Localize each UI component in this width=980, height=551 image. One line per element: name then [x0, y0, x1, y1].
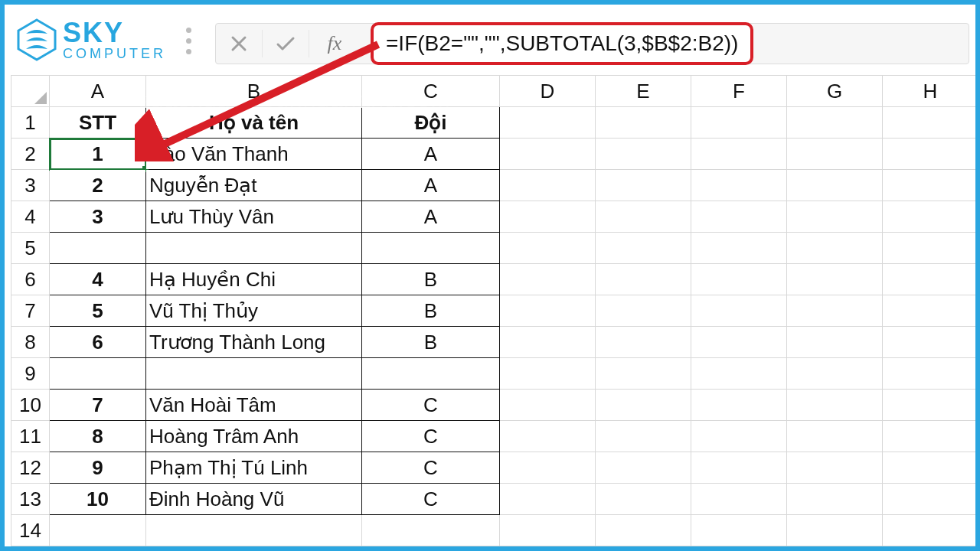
- cell[interactable]: [596, 264, 691, 295]
- row-header-8[interactable]: 8: [11, 327, 50, 358]
- row-header-5[interactable]: 5: [11, 233, 50, 264]
- cell-B2[interactable]: Đào Văn Thanh: [146, 139, 362, 170]
- cell-A13[interactable]: 10: [50, 484, 146, 515]
- cell[interactable]: [596, 107, 691, 139]
- enter-button[interactable]: [263, 24, 309, 64]
- insert-function-button[interactable]: fx: [309, 24, 360, 64]
- cell[interactable]: [691, 170, 787, 201]
- cell-C6[interactable]: B: [362, 264, 500, 295]
- row-header-3[interactable]: 3: [11, 170, 50, 201]
- cell[interactable]: [596, 421, 691, 452]
- cell[interactable]: [787, 170, 883, 201]
- cell-C14[interactable]: [362, 515, 500, 546]
- cell[interactable]: [500, 107, 596, 139]
- cell-A4[interactable]: 3: [50, 201, 146, 233]
- cell-A2[interactable]: 1: [50, 139, 146, 170]
- cell[interactable]: [787, 264, 883, 295]
- header-cell-stt[interactable]: STT: [50, 107, 146, 139]
- cell[interactable]: [883, 139, 978, 170]
- cell-C12[interactable]: C: [362, 452, 500, 484]
- cell-C7[interactable]: B: [362, 295, 500, 327]
- row-header-9[interactable]: 9: [11, 358, 50, 390]
- row-header-10[interactable]: 10: [11, 390, 50, 421]
- cell[interactable]: [883, 264, 978, 295]
- cell[interactable]: [883, 390, 978, 421]
- cell[interactable]: [883, 295, 978, 327]
- cell[interactable]: [787, 233, 883, 264]
- cell[interactable]: [500, 295, 596, 327]
- cell[interactable]: [596, 358, 691, 390]
- cell-A6[interactable]: 4: [50, 264, 146, 295]
- row-header-4[interactable]: 4: [11, 201, 50, 233]
- row-header-13[interactable]: 13: [11, 484, 50, 515]
- cell-C4[interactable]: A: [362, 201, 500, 233]
- row-header-11[interactable]: 11: [11, 421, 50, 452]
- cell[interactable]: [691, 295, 787, 327]
- cell[interactable]: [691, 107, 787, 139]
- cell[interactable]: [787, 201, 883, 233]
- formula-input[interactable]: =IF(B2="","",SUBTOTAL(3,$B$2:B2)): [371, 22, 753, 65]
- cell[interactable]: [787, 452, 883, 484]
- cell[interactable]: [596, 390, 691, 421]
- column-header-A[interactable]: A: [50, 76, 146, 107]
- row-header-6[interactable]: 6: [11, 264, 50, 295]
- cell[interactable]: [691, 201, 787, 233]
- cell[interactable]: [596, 295, 691, 327]
- cell-B6[interactable]: Hạ Huyền Chi: [146, 264, 362, 295]
- cell[interactable]: [596, 452, 691, 484]
- cell-A11[interactable]: 8: [50, 421, 146, 452]
- cell-A7[interactable]: 5: [50, 295, 146, 327]
- cell[interactable]: [691, 390, 787, 421]
- cell[interactable]: [787, 484, 883, 515]
- cell[interactable]: [500, 421, 596, 452]
- cell[interactable]: [787, 107, 883, 139]
- cell[interactable]: [500, 327, 596, 358]
- cell-A3[interactable]: 2: [50, 170, 146, 201]
- cell[interactable]: [596, 327, 691, 358]
- cell[interactable]: [500, 139, 596, 170]
- cell[interactable]: [787, 390, 883, 421]
- cell-B3[interactable]: Nguyễn Đạt: [146, 170, 362, 201]
- cell[interactable]: [596, 201, 691, 233]
- cell[interactable]: [500, 358, 596, 390]
- cell[interactable]: [691, 233, 787, 264]
- row-header-1[interactable]: 1: [11, 107, 50, 139]
- cell-A10[interactable]: 7: [50, 390, 146, 421]
- cell-B5[interactable]: [146, 233, 362, 264]
- column-header-B[interactable]: B: [146, 76, 362, 107]
- cell[interactable]: [883, 452, 978, 484]
- header-cell-name[interactable]: Họ và tên: [146, 107, 362, 139]
- cell-B10[interactable]: Văn Hoài Tâm: [146, 390, 362, 421]
- cell[interactable]: [500, 515, 596, 546]
- cell[interactable]: [883, 327, 978, 358]
- cell-B7[interactable]: Vũ Thị Thủy: [146, 295, 362, 327]
- cell[interactable]: [691, 264, 787, 295]
- cell[interactable]: [500, 264, 596, 295]
- cell-C3[interactable]: A: [362, 170, 500, 201]
- cell-C10[interactable]: C: [362, 390, 500, 421]
- cell[interactable]: [596, 484, 691, 515]
- cell[interactable]: [787, 327, 883, 358]
- row-header-12[interactable]: 12: [11, 452, 50, 484]
- column-header-F[interactable]: F: [691, 76, 787, 107]
- cell[interactable]: [500, 390, 596, 421]
- cell-A9[interactable]: [50, 358, 146, 390]
- cell[interactable]: [500, 201, 596, 233]
- cell[interactable]: [596, 170, 691, 201]
- cell[interactable]: [596, 139, 691, 170]
- select-all-corner[interactable]: [11, 76, 50, 107]
- cancel-button[interactable]: [216, 24, 262, 64]
- column-header-C[interactable]: C: [362, 76, 500, 107]
- column-header-H[interactable]: H: [883, 76, 978, 107]
- row-header-7[interactable]: 7: [11, 295, 50, 327]
- cell-A12[interactable]: 9: [50, 452, 146, 484]
- row-header-14[interactable]: 14: [11, 515, 50, 546]
- cell[interactable]: [883, 201, 978, 233]
- cell[interactable]: [691, 327, 787, 358]
- cell[interactable]: [787, 139, 883, 170]
- cell[interactable]: [883, 484, 978, 515]
- cell[interactable]: [787, 358, 883, 390]
- cell-C13[interactable]: C: [362, 484, 500, 515]
- row-header-2[interactable]: 2: [11, 139, 50, 170]
- cell[interactable]: [500, 170, 596, 201]
